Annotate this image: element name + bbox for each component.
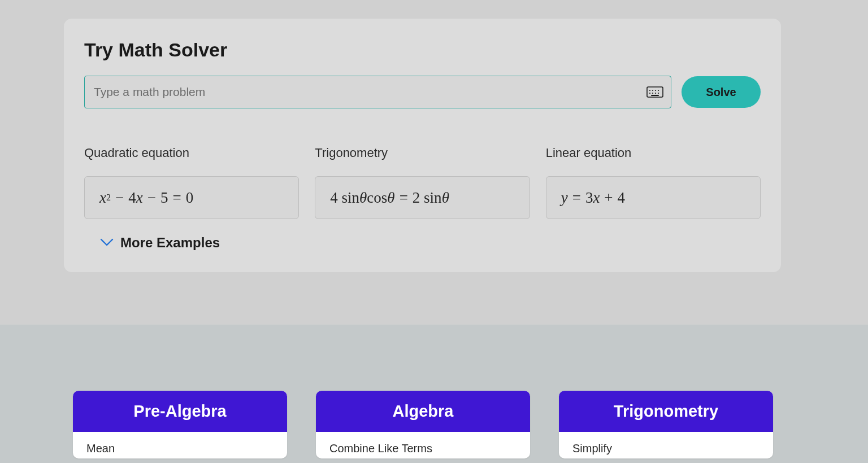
solver-input-row: Solve xyxy=(84,76,761,108)
more-examples-label: More Examples xyxy=(120,235,220,251)
example-card-quadratic: Quadratic equation x2−4x−5=0 xyxy=(84,146,299,219)
topic-card-algebra: Algebra Combine Like Terms xyxy=(316,391,530,458)
keyboard-icon[interactable] xyxy=(646,86,663,98)
example-expression[interactable]: x2−4x−5=0 xyxy=(84,176,299,219)
svg-point-3 xyxy=(655,90,656,91)
topic-title: Pre-Algebra xyxy=(73,391,287,432)
svg-rect-9 xyxy=(651,95,659,96)
svg-point-5 xyxy=(649,93,650,94)
svg-point-6 xyxy=(652,93,653,94)
topic-link[interactable]: Mean xyxy=(73,432,287,458)
example-label: Quadratic equation xyxy=(84,146,299,160)
svg-point-2 xyxy=(652,90,653,91)
topics-section: Pre-Algebra Mean Algebra Combine Like Te… xyxy=(0,325,868,463)
more-examples-toggle[interactable]: More Examples xyxy=(100,235,220,251)
math-input-wrap xyxy=(84,76,671,108)
topic-cards-row: Pre-Algebra Mean Algebra Combine Like Te… xyxy=(73,391,773,458)
topic-title: Trigonometry xyxy=(559,391,773,432)
topic-link[interactable]: Simplify xyxy=(559,432,773,458)
chevron-down-icon xyxy=(100,235,114,251)
example-card-linear: Linear equation y=3x+4 xyxy=(546,146,761,219)
math-solver-card: Try Math Solver Solve xyxy=(64,19,781,272)
topic-card-pre-algebra: Pre-Algebra Mean xyxy=(73,391,287,458)
svg-point-8 xyxy=(658,93,659,94)
svg-point-7 xyxy=(655,93,656,94)
topic-card-trigonometry: Trigonometry Simplify xyxy=(559,391,773,458)
topic-title: Algebra xyxy=(316,391,530,432)
solver-title: Try Math Solver xyxy=(84,39,761,61)
example-label: Trigonometry xyxy=(315,146,530,160)
example-expression[interactable]: y=3x+4 xyxy=(546,176,761,219)
example-expression[interactable]: 4 sin θ cos θ=2 sin θ xyxy=(315,176,530,219)
svg-point-1 xyxy=(649,90,650,91)
example-card-trigonometry: Trigonometry 4 sin θ cos θ=2 sin θ xyxy=(315,146,530,219)
svg-point-4 xyxy=(658,90,659,91)
topic-link[interactable]: Combine Like Terms xyxy=(316,432,530,458)
math-problem-input[interactable] xyxy=(84,76,671,108)
example-label: Linear equation xyxy=(546,146,761,160)
solve-button[interactable]: Solve xyxy=(682,76,761,108)
examples-row: Quadratic equation x2−4x−5=0 Trigonometr… xyxy=(84,146,761,219)
